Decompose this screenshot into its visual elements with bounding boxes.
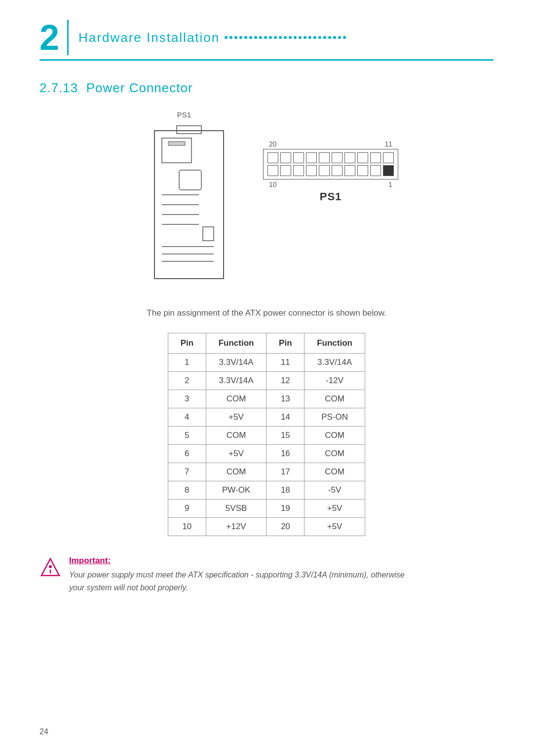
pin-grid [263, 149, 398, 180]
table-cell: 3.3V/14A [305, 354, 365, 372]
table-cell: 11 [266, 354, 305, 372]
table-cell: 17 [266, 463, 305, 481]
table-cell: 9 [168, 500, 206, 518]
table-cell: 3.3V/14A [206, 354, 266, 372]
pin-cell-filled [383, 165, 394, 176]
pin-cell [306, 165, 317, 176]
pin-cell [319, 152, 330, 163]
table-row: 5COM15COM [168, 427, 365, 445]
table-cell: 14 [266, 408, 305, 427]
table-row: 10+12V20+5V [168, 518, 365, 536]
table-cell: +12V [206, 518, 266, 536]
table-cell: COM [305, 445, 365, 463]
table-cell: 19 [266, 500, 305, 518]
table-cell: 3.3V/14A [206, 372, 266, 390]
table-cell: +5V [206, 408, 266, 427]
important-icon [39, 557, 61, 578]
pin-cell [370, 165, 381, 176]
table-row: 7COM17COM [168, 463, 365, 481]
table-cell: COM [206, 390, 266, 408]
pin-cell [370, 152, 381, 163]
table-cell: COM [206, 463, 266, 481]
svg-rect-4 [179, 170, 201, 190]
table-header-row: Pin Function Pin Function [168, 333, 365, 354]
diagram-area: PS1 [39, 110, 494, 288]
table-row: 13.3V/14A113.3V/14A [168, 354, 365, 372]
table-cell: PW-OK [206, 481, 266, 500]
table-cell: +5V [305, 500, 365, 518]
important-text: Your power supply must meet the ATX spec… [69, 569, 415, 594]
pin-cell [267, 165, 278, 176]
table-cell: 20 [266, 518, 305, 536]
chapter-title: Hardware Installation [78, 30, 346, 45]
table-body: 13.3V/14A113.3V/14A23.3V/14A12-12V3COM13… [168, 354, 365, 536]
table-cell: 6 [168, 445, 206, 463]
table-cell: 8 [168, 481, 206, 500]
table-row: 23.3V/14A12-12V [168, 372, 365, 390]
important-label: Important: [69, 556, 415, 566]
table-cell: COM [305, 427, 365, 445]
chapter-header: 2 Hardware Installation [39, 20, 494, 61]
svg-rect-3 [168, 142, 185, 145]
page-number: 24 [39, 727, 48, 736]
table-cell: 5 [168, 427, 206, 445]
col-header-pin1: Pin [168, 333, 206, 354]
table-cell: 5VSB [206, 500, 266, 518]
ps1-label: PS1 [320, 190, 342, 203]
chapter-number: 2 [39, 20, 69, 55]
pin-cell [319, 165, 330, 176]
important-content: Important: Your power supply must meet t… [69, 556, 415, 594]
table-cell: 13 [266, 390, 305, 408]
connector-svg [135, 121, 233, 288]
table-cell: 2 [168, 372, 206, 390]
chapter-dots [225, 36, 346, 39]
svg-rect-1 [177, 126, 201, 134]
table-cell: 15 [266, 427, 305, 445]
section-title: 2.7.13 Power Connector [39, 80, 494, 96]
pin-cell [293, 152, 304, 163]
pin-cell [280, 165, 291, 176]
pin-cell [344, 152, 355, 163]
table-cell: PS-ON [305, 408, 365, 427]
table-cell: 1 [168, 354, 206, 372]
pin-top-left: 20 [269, 140, 277, 148]
pin-row-top [267, 152, 394, 163]
table-cell: -5V [305, 481, 365, 500]
pin-cell [383, 152, 394, 163]
page-container: 2 Hardware Installation 2.7.13 Power Con… [0, 0, 533, 623]
col-header-func2: Function [305, 333, 365, 354]
important-section: Important: Your power supply must meet t… [39, 556, 494, 594]
connector-diagram-left: PS1 [135, 110, 233, 288]
pin-cell [357, 152, 368, 163]
pin-bottom-right: 1 [388, 180, 392, 188]
description-text: The pin assignment of the ATX power conn… [39, 308, 494, 318]
pin-cell [344, 165, 355, 176]
pin-row-bottom [267, 165, 394, 176]
pin-cell [357, 165, 368, 176]
table-cell: -12V [305, 372, 365, 390]
table-cell: 18 [266, 481, 305, 500]
table-cell: +5V [206, 445, 266, 463]
table-row: 8PW-OK18-5V [168, 481, 365, 500]
table-cell: +5V [305, 518, 365, 536]
pin-bottom-left: 10 [269, 180, 277, 188]
table-cell: COM [305, 390, 365, 408]
connector-left-label: PS1 [177, 110, 191, 119]
table-row: 3COM13COM [168, 390, 365, 408]
table-cell: COM [305, 463, 365, 481]
table-cell: 10 [168, 518, 206, 536]
pin-cell [267, 152, 278, 163]
pin-table: Pin Function Pin Function 13.3V/14A113.3… [168, 333, 365, 536]
table-cell: COM [206, 427, 266, 445]
col-header-func1: Function [206, 333, 266, 354]
table-cell: 3 [168, 390, 206, 408]
svg-rect-5 [203, 227, 214, 241]
pin-diagram-right: 20 11 [263, 140, 398, 203]
pin-cell [332, 165, 343, 176]
pin-cell [280, 152, 291, 163]
table-row: 6+5V16COM [168, 445, 365, 463]
pin-table-container: Pin Function Pin Function 13.3V/14A113.3… [39, 333, 494, 536]
table-cell: 16 [266, 445, 305, 463]
table-row: 95VSB19+5V [168, 500, 365, 518]
col-header-pin2: Pin [266, 333, 305, 354]
